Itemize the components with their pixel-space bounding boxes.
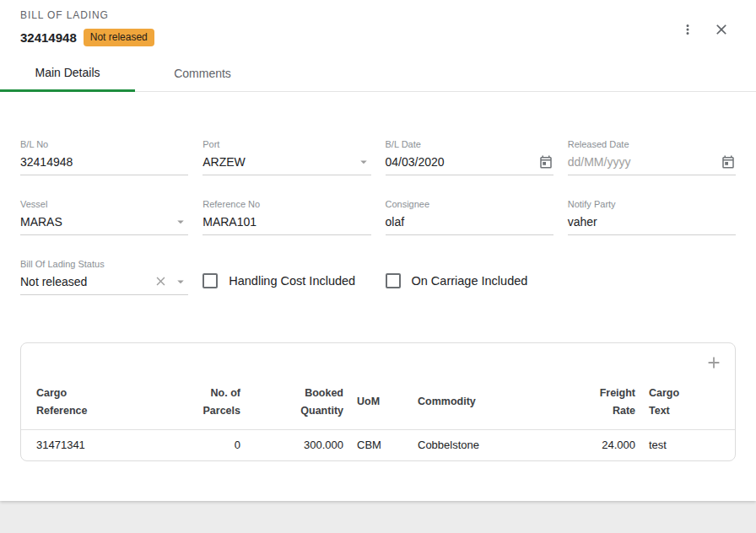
bl-no-value: 32414948 xyxy=(20,155,188,169)
consignee-value: olaf xyxy=(386,215,554,229)
notify-party-field[interactable]: Notify Party vaher xyxy=(568,199,736,235)
released-date-field[interactable]: Released Date dd/MM/yyyy xyxy=(568,139,736,175)
cell-freight-rate: 24.000 xyxy=(544,430,642,461)
consignee-label: Consignee xyxy=(386,199,554,209)
cell-cargo-reference: 31471341 xyxy=(21,430,166,461)
cargo-card: Cargo Reference No. of Parcels Booked Qu… xyxy=(20,342,736,461)
col-booked-quantity: Booked Quantity xyxy=(247,374,350,430)
plus-icon xyxy=(705,353,723,374)
cargo-table: Cargo Reference No. of Parcels Booked Qu… xyxy=(21,374,735,460)
bl-no-label: B/L No xyxy=(20,139,188,149)
cell-uom: CBM xyxy=(350,430,411,461)
col-freight-rate: Freight Rate xyxy=(544,374,642,430)
grid-spacer xyxy=(568,259,736,295)
col-commodity: Commodity xyxy=(411,374,544,430)
add-cargo-button[interactable] xyxy=(705,353,723,374)
bl-status-label: Bill Of Lading Status xyxy=(20,259,188,269)
cargo-card-actions xyxy=(21,343,735,374)
reference-no-value: MARA101 xyxy=(202,215,370,229)
reference-no-label: Reference No xyxy=(202,199,370,209)
calendar-icon[interactable] xyxy=(538,154,554,170)
vessel-select[interactable]: MARAS xyxy=(20,213,188,235)
col-no-of-parcels: No. of Parcels xyxy=(166,374,247,430)
port-field[interactable]: Port ARZEW xyxy=(202,139,370,175)
bl-no-input[interactable]: 32414948 xyxy=(20,153,188,175)
bl-date-field[interactable]: B/L Date 04/03/2020 xyxy=(386,139,554,175)
handling-cost-checkbox[interactable]: Handling Cost Included xyxy=(202,273,370,288)
more-options-button[interactable] xyxy=(675,18,700,43)
col-cargo-reference: Cargo Reference xyxy=(21,374,166,430)
header-actions xyxy=(675,18,734,43)
cell-booked-quantity: 300.000 xyxy=(247,430,350,461)
bl-status-field[interactable]: Bill Of Lading Status Not released xyxy=(20,259,188,295)
cargo-table-header-row: Cargo Reference No. of Parcels Booked Qu… xyxy=(21,374,735,430)
reference-no-field[interactable]: Reference No MARA101 xyxy=(202,199,370,235)
header-text: BILL OF LADING 32414948 Not released xyxy=(20,9,154,46)
bill-of-lading-dialog: BILL OF LADING 32414948 Not released Mai… xyxy=(0,0,756,501)
tab-comments[interactable]: Comments xyxy=(135,55,270,92)
bl-number-row: 32414948 Not released xyxy=(20,29,154,46)
bl-number: 32414948 xyxy=(20,30,77,45)
status-badge: Not released xyxy=(84,29,154,46)
cell-no-of-parcels: 0 xyxy=(166,430,247,461)
cargo-row[interactable]: 31471341 0 300.000 CBM Cobbelstone 24.00… xyxy=(21,430,735,461)
reference-no-input[interactable]: MARA101 xyxy=(202,213,370,235)
vessel-field[interactable]: Vessel MARAS xyxy=(20,199,188,235)
notify-party-label: Notify Party xyxy=(568,199,736,209)
consignee-input[interactable]: olaf xyxy=(386,213,554,235)
port-value: ARZEW xyxy=(202,155,355,169)
consignee-field[interactable]: Consignee olaf xyxy=(386,199,554,235)
col-uom: UoM xyxy=(350,374,411,430)
bl-date-label: B/L Date xyxy=(386,139,554,149)
close-icon xyxy=(713,21,730,40)
vessel-value: MARAS xyxy=(20,215,173,229)
port-label: Port xyxy=(202,139,370,149)
dialog-title: BILL OF LADING xyxy=(20,9,154,21)
on-carriage-checkbox[interactable]: On Carriage Included xyxy=(386,273,554,288)
released-date-placeholder: dd/MM/yyyy xyxy=(568,155,721,169)
kebab-icon xyxy=(680,22,695,40)
notify-party-input[interactable]: vaher xyxy=(568,213,736,235)
cell-commodity: Cobbelstone xyxy=(411,430,544,461)
col-cargo-text: Cargo Text xyxy=(642,374,735,430)
bl-no-field[interactable]: B/L No 32414948 xyxy=(20,139,188,175)
released-date-label: Released Date xyxy=(568,139,736,149)
dialog-header: BILL OF LADING 32414948 Not released xyxy=(0,0,756,55)
chevron-down-icon[interactable] xyxy=(173,214,188,229)
form-grid: B/L No 32414948 Port ARZEW B/L Date 04/0… xyxy=(0,139,756,295)
checkbox-icon[interactable] xyxy=(202,273,218,288)
on-carriage-label: On Carriage Included xyxy=(412,274,528,288)
chevron-down-icon[interactable] xyxy=(173,274,188,289)
vessel-label: Vessel xyxy=(20,199,188,209)
cell-cargo-text: test xyxy=(642,430,735,461)
main-details-panel: B/L No 32414948 Port ARZEW B/L Date 04/0… xyxy=(0,92,756,501)
bl-status-value: Not released xyxy=(20,275,154,288)
notify-party-value: vaher xyxy=(568,215,736,229)
chevron-down-icon[interactable] xyxy=(356,154,371,170)
checkbox-icon[interactable] xyxy=(386,273,401,288)
released-date-input[interactable]: dd/MM/yyyy xyxy=(568,153,736,175)
tab-main-details[interactable]: Main Details xyxy=(0,55,135,92)
calendar-icon[interactable] xyxy=(721,154,736,170)
bl-date-value: 04/03/2020 xyxy=(386,155,538,169)
bl-date-input[interactable]: 04/03/2020 xyxy=(386,153,554,175)
clear-icon[interactable] xyxy=(154,274,168,288)
page-background xyxy=(0,501,756,533)
close-button[interactable] xyxy=(709,18,734,43)
tab-bar: Main Details Comments xyxy=(0,55,756,92)
port-select[interactable]: ARZEW xyxy=(202,153,370,175)
handling-cost-label: Handling Cost Included xyxy=(229,274,355,288)
bl-status-select[interactable]: Not released xyxy=(20,273,188,295)
